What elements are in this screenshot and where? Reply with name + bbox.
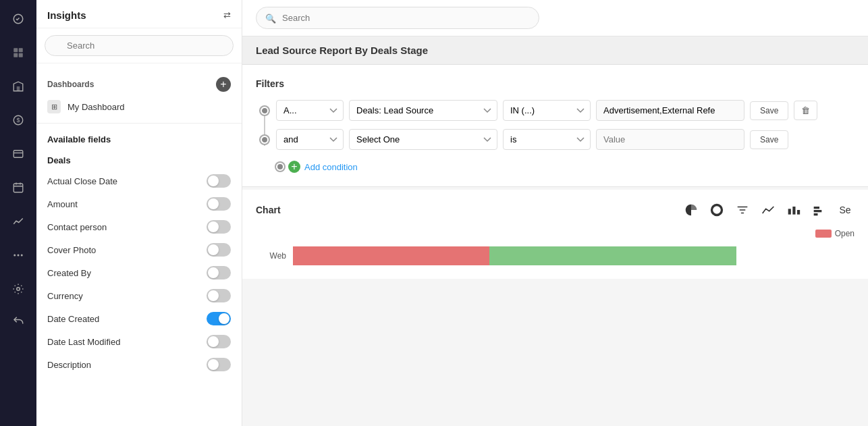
chart-legend: Open (256, 229, 855, 238)
available-fields-label: Available fields (36, 128, 242, 149)
add-condition-plus-icon: + (288, 161, 300, 173)
field-label: Description (47, 360, 91, 370)
field-row-date-last-modified: Date Last Modified (36, 330, 242, 353)
field-label: Cover Photo (47, 245, 96, 255)
field-toggle[interactable] (207, 358, 231, 371)
sidebar-item-my-dashboard[interactable]: ⊞ My Dashboard (36, 95, 242, 119)
bar-chart-icon[interactable] (784, 201, 803, 219)
home-icon[interactable] (7, 8, 29, 30)
filter-row2-save-button[interactable]: Save (750, 130, 788, 149)
filter-row1-save-button[interactable]: Save (750, 101, 788, 120)
field-toggle[interactable] (207, 312, 231, 325)
bar-track-web (293, 246, 855, 265)
dashboard-icon: ⊞ (47, 100, 61, 113)
chart-toolbar: Se (682, 201, 855, 219)
field-row-amount: Amount (36, 192, 242, 215)
settings-chart-icon[interactable]: Se (836, 201, 855, 219)
field-label: Currency (47, 291, 83, 301)
svg-rect-18 (797, 210, 800, 215)
field-toggle[interactable] (207, 174, 231, 188)
top-search-wrap: 🔍 (256, 7, 539, 29)
filter-icon[interactable] (733, 201, 752, 219)
field-label: Amount (47, 199, 78, 209)
add-condition-button[interactable]: + Add condition (256, 161, 855, 173)
svg-rect-20 (814, 210, 822, 212)
field-label: Created By (47, 268, 91, 278)
chart-header: Chart (256, 201, 855, 219)
filter-row1-field-select[interactable]: Deals: Lead Source (349, 100, 497, 121)
filter-row2-condition-select[interactable]: and or (276, 129, 344, 150)
add-condition-label: Add condition (304, 162, 358, 172)
field-row-date-created: Date Created (36, 307, 242, 330)
svg-point-12 (21, 255, 23, 257)
bar-chart: Web (256, 244, 855, 268)
chart-title: Chart (256, 205, 281, 215)
field-toggle[interactable] (207, 289, 231, 302)
legend-label-open: Open (835, 229, 855, 238)
field-toggle[interactable] (207, 197, 231, 211)
filter-row2-operator-select[interactable]: is is not contains (503, 129, 591, 150)
filters-panel-title: Filters (256, 78, 855, 89)
inbox-icon[interactable] (7, 143, 29, 165)
filter-row1-condition-select[interactable]: A... and or (276, 100, 344, 121)
top-bar: 🔍 (242, 0, 868, 36)
top-search-icon: 🔍 (265, 13, 276, 23)
svg-rect-17 (792, 207, 795, 215)
field-toggle[interactable] (207, 220, 231, 234)
field-row-description: Description (36, 353, 242, 376)
legend-item-open: Open (815, 229, 855, 238)
finance-icon[interactable]: $ (7, 109, 29, 131)
filter-area: A... and or Deals: Lead Source IN (...) … (256, 100, 855, 173)
filter-row1-value-input[interactable] (596, 100, 744, 121)
share-icon[interactable] (7, 312, 29, 334)
line-chart-icon[interactable] (759, 201, 778, 219)
analytics-icon[interactable] (7, 211, 29, 232)
horizontal-bar-icon[interactable] (810, 201, 829, 219)
contacts-icon[interactable] (7, 42, 29, 63)
more-icon[interactable] (7, 244, 29, 266)
bar-label-web: Web (256, 251, 293, 261)
sidebar-header: Insights ⇄ (36, 0, 242, 28)
field-row-created-by: Created By (36, 261, 242, 284)
svg-text:$: $ (16, 117, 20, 124)
bar-seg-open (293, 246, 489, 265)
sidebar-search-input[interactable] (45, 35, 234, 56)
field-row-actual-close-date: Actual Close Date (36, 169, 242, 192)
main-body: Lead Source Report By Deals Stage Filter… (242, 36, 868, 426)
pie-chart-icon[interactable] (682, 201, 701, 219)
field-toggle[interactable] (207, 335, 231, 348)
filter-dot-1 (261, 107, 269, 115)
settings-icon[interactable] (7, 278, 29, 300)
sidebar: Insights ⇄ 🔍 Dashboards + ⊞ My Dashboard… (36, 0, 242, 426)
transfer-icon[interactable]: ⇄ (223, 10, 231, 20)
deals-icon[interactable] (7, 76, 29, 97)
sidebar-content: Dashboards + ⊞ My Dashboard Available fi… (36, 63, 242, 426)
chart-panel: Chart (242, 190, 868, 279)
svg-rect-3 (13, 53, 18, 57)
field-label: Date Created (47, 314, 99, 324)
field-label: Contact person (47, 222, 107, 232)
add-dashboard-button[interactable]: + (216, 77, 231, 92)
donut-chart-icon[interactable] (707, 201, 726, 219)
svg-point-11 (18, 255, 20, 257)
filter-dot-2 (261, 136, 269, 144)
field-label: Date Last Modified (47, 337, 120, 347)
page-title-bar: Lead Source Report By Deals Stage (242, 36, 868, 65)
svg-point-13 (17, 288, 20, 291)
top-search-input[interactable] (256, 7, 539, 29)
svg-rect-9 (13, 184, 23, 192)
filter-row1-operator-select[interactable]: IN (...) is is not contains (503, 100, 591, 121)
svg-rect-4 (19, 53, 23, 57)
my-dashboard-label: My Dashboard (67, 102, 125, 112)
filter-row2-field-select[interactable]: Select One (349, 129, 497, 150)
filter-row1-delete-button[interactable]: 🗑 (794, 101, 817, 120)
deals-section-title: Deals (36, 149, 242, 169)
field-toggle[interactable] (207, 266, 231, 279)
page-title: Lead Source Report By Deals Stage (256, 45, 428, 56)
filters-panel: Filters A... and or Deals: Lead Source (242, 65, 868, 187)
calendar-icon[interactable] (7, 177, 29, 198)
field-toggle[interactable] (207, 243, 231, 257)
field-row-contact-person: Contact person (36, 215, 242, 238)
filter-row2-value-input[interactable] (596, 129, 744, 150)
dashboards-label: Dashboards (47, 80, 94, 89)
